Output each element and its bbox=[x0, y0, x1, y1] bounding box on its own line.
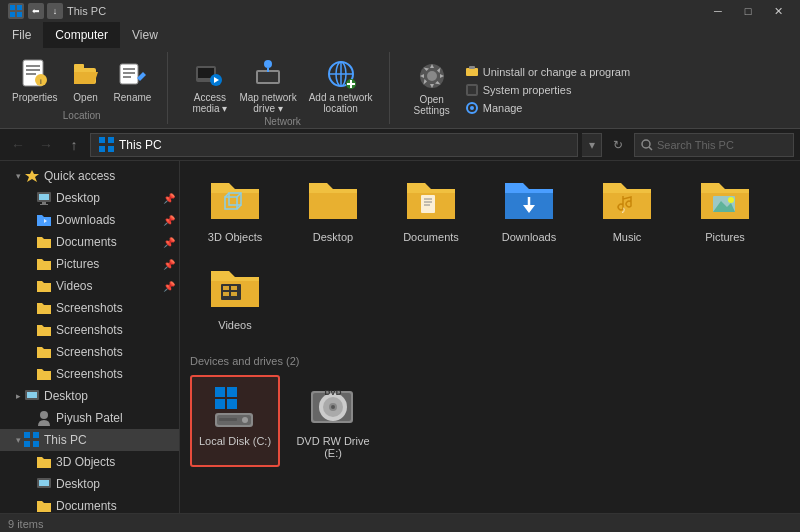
open-settings-button[interactable]: OpenSettings bbox=[410, 58, 454, 118]
uninstall-button[interactable]: Uninstall or change a program bbox=[462, 64, 633, 80]
rename-button[interactable]: Rename bbox=[110, 56, 156, 105]
drives-grid: Local Disk (C:) bbox=[190, 375, 790, 467]
svg-rect-21 bbox=[258, 72, 278, 82]
local-disk-label: Local Disk (C:) bbox=[199, 435, 271, 447]
svg-rect-40 bbox=[108, 137, 114, 143]
open-button[interactable]: Open bbox=[66, 56, 106, 105]
sidebar-item-this-pc[interactable]: ▾ This PC bbox=[0, 429, 179, 451]
folder-item-dvd[interactable]: DVD DVD RW Drive(E:) bbox=[288, 375, 378, 467]
downloads-folder-icon bbox=[36, 212, 52, 228]
sidebar-item-quick-access[interactable]: ▾ Quick access bbox=[0, 165, 179, 187]
address-path[interactable]: This PC bbox=[90, 133, 578, 157]
svg-text:♪: ♪ bbox=[621, 204, 626, 215]
ribbon-section-system: OpenSettings Uninstall or change a progr… bbox=[410, 52, 646, 124]
sidebar-screenshots2-label: Screenshots bbox=[56, 323, 175, 337]
documents-label: Documents bbox=[403, 231, 459, 243]
3d-objects-icon bbox=[207, 179, 263, 227]
pictures-folder-icon bbox=[36, 256, 52, 272]
sidebar-item-screenshots4[interactable]: Screenshots bbox=[0, 363, 179, 385]
svg-rect-3 bbox=[17, 12, 22, 17]
folder-item-local-disk[interactable]: Local Disk (C:) bbox=[190, 375, 280, 467]
maximize-button[interactable]: □ bbox=[734, 0, 762, 22]
piyush-icon bbox=[36, 410, 52, 426]
main-area: ▾ Quick access Desktop 📌 Downloads 📌 bbox=[0, 161, 800, 513]
screenshots1-icon bbox=[36, 300, 52, 316]
this-pc-icon bbox=[99, 137, 115, 153]
sidebar-item-piyush[interactable]: Piyush Patel bbox=[0, 407, 179, 429]
screenshots2-icon bbox=[36, 322, 52, 338]
svg-rect-5 bbox=[26, 65, 40, 67]
sidebar-item-screenshots3[interactable]: Screenshots bbox=[0, 341, 179, 363]
svg-rect-84 bbox=[227, 399, 237, 409]
add-network-button[interactable]: Add a networklocation bbox=[305, 56, 377, 116]
tab-computer[interactable]: Computer bbox=[43, 22, 120, 48]
devices-section: Devices and drives (2) bbox=[190, 355, 790, 467]
desktop2-icon bbox=[24, 388, 40, 404]
properties-button[interactable]: i Properties bbox=[8, 56, 62, 105]
settings-icon bbox=[416, 60, 448, 92]
sidebar-item-documents[interactable]: Documents 📌 bbox=[0, 231, 179, 253]
pictures-icon bbox=[697, 179, 753, 227]
manage-button[interactable]: Manage bbox=[462, 100, 633, 116]
qat-icon-1[interactable]: ⬅ bbox=[28, 3, 44, 19]
sidebar-item-desktop2[interactable]: ▸ Desktop bbox=[0, 385, 179, 407]
svg-rect-55 bbox=[33, 432, 39, 438]
address-dropdown-button[interactable]: ▾ bbox=[582, 133, 602, 157]
folders-grid: 3D Objects Desktop bbox=[190, 171, 790, 339]
network-section-label: Network bbox=[264, 116, 301, 130]
forward-button[interactable]: → bbox=[34, 133, 58, 157]
add-network-icon bbox=[325, 58, 357, 90]
title-bar-quick-actions: ⬅ ↓ bbox=[28, 3, 63, 19]
folder-item-desktop[interactable]: Desktop bbox=[288, 171, 378, 251]
ribbon-section-network: Accessmedia ▾ Map networkdrive ▾ bbox=[188, 52, 389, 124]
access-media-button[interactable]: Accessmedia ▾ bbox=[188, 56, 231, 116]
sidebar-item-videos[interactable]: Videos 📌 bbox=[0, 275, 179, 297]
downloads-pin: 📌 bbox=[163, 215, 175, 226]
folder-item-documents[interactable]: Documents bbox=[386, 171, 476, 251]
devices-section-header: Devices and drives (2) bbox=[190, 355, 790, 367]
minimize-button[interactable]: ─ bbox=[704, 0, 732, 22]
sidebar-item-downloads[interactable]: Downloads 📌 bbox=[0, 209, 179, 231]
sidebar-item-desktop3[interactable]: Desktop bbox=[0, 473, 179, 495]
system-properties-button[interactable]: System properties bbox=[462, 82, 633, 98]
search-box[interactable]: Search This PC bbox=[634, 133, 794, 157]
folder-item-3d-objects[interactable]: 3D Objects bbox=[190, 171, 280, 251]
svg-point-94 bbox=[331, 405, 335, 409]
qat-icon-2[interactable]: ↓ bbox=[47, 3, 63, 19]
svg-rect-11 bbox=[74, 64, 84, 70]
svg-rect-1 bbox=[17, 5, 22, 10]
back-button[interactable]: ← bbox=[6, 133, 30, 157]
svg-rect-33 bbox=[466, 68, 478, 76]
dvd-label: DVD RW Drive(E:) bbox=[296, 435, 369, 459]
sidebar-piyush-label: Piyush Patel bbox=[56, 411, 175, 425]
sidebar-item-desktop[interactable]: Desktop 📌 bbox=[0, 187, 179, 209]
tab-file[interactable]: File bbox=[0, 22, 43, 48]
folder-item-music[interactable]: ♪ Music bbox=[582, 171, 672, 251]
properties-label: Properties bbox=[12, 92, 58, 103]
map-network-button[interactable]: Map networkdrive ▾ bbox=[235, 56, 300, 116]
videos-pin: 📌 bbox=[163, 281, 175, 292]
svg-rect-65 bbox=[421, 195, 435, 213]
tab-view[interactable]: View bbox=[120, 22, 170, 48]
sidebar-item-3d-objects[interactable]: 3D Objects bbox=[0, 451, 179, 473]
sidebar-item-documents2[interactable]: Documents bbox=[0, 495, 179, 513]
dvd-icon: DVD bbox=[305, 383, 361, 431]
folder-item-videos[interactable]: Videos bbox=[190, 259, 280, 339]
folder-item-pictures[interactable]: Pictures bbox=[680, 171, 770, 251]
folder-item-downloads[interactable]: Downloads bbox=[484, 171, 574, 251]
svg-rect-79 bbox=[231, 292, 237, 296]
up-button[interactable]: ↑ bbox=[62, 133, 86, 157]
svg-point-38 bbox=[470, 106, 474, 110]
sidebar-documents2-label: Documents bbox=[56, 499, 175, 513]
close-button[interactable]: ✕ bbox=[764, 0, 792, 22]
sidebar-pictures-label: Pictures bbox=[56, 257, 163, 271]
svg-rect-88 bbox=[219, 418, 237, 421]
sidebar-item-screenshots1[interactable]: Screenshots bbox=[0, 297, 179, 319]
sidebar-item-pictures[interactable]: Pictures 📌 bbox=[0, 253, 179, 275]
system-properties-icon bbox=[465, 83, 479, 97]
pictures-pin: 📌 bbox=[163, 259, 175, 270]
svg-rect-36 bbox=[468, 86, 476, 94]
documents-pin: 📌 bbox=[163, 237, 175, 248]
refresh-button[interactable]: ↻ bbox=[606, 133, 630, 157]
sidebar-item-screenshots2[interactable]: Screenshots bbox=[0, 319, 179, 341]
